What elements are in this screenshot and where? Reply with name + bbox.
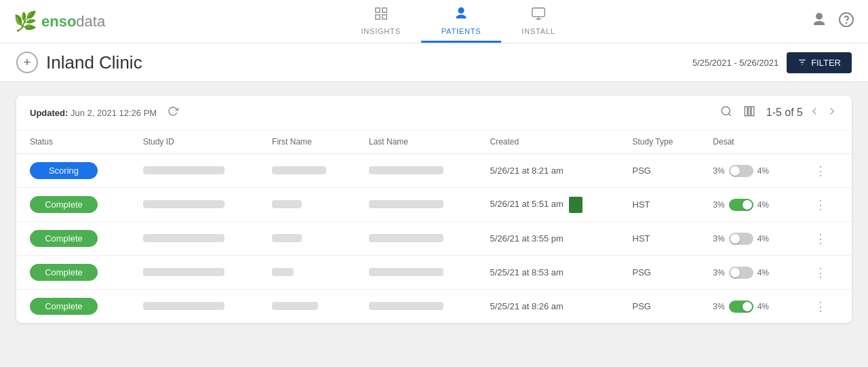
search-icon[interactable] xyxy=(720,105,732,120)
cell-created: 5/26/21 at 8:21 am xyxy=(477,154,619,188)
cell-desat: 3%4% xyxy=(699,256,798,290)
desat-left-label: 3% xyxy=(713,234,724,244)
nav-right-actions xyxy=(811,12,854,31)
status-badge: Complete xyxy=(30,230,98,247)
page-title: Inland Clinic xyxy=(46,52,142,73)
columns-icon[interactable] xyxy=(743,105,755,120)
updated-label: Updated: xyxy=(30,108,68,118)
more-actions-button[interactable]: ⋮ xyxy=(812,229,829,248)
desat-toggle[interactable] xyxy=(729,267,753,279)
cell-actions: ⋮ xyxy=(798,256,852,290)
next-page-icon[interactable] xyxy=(826,105,838,120)
cell-desat: 3%4% xyxy=(699,222,798,256)
svg-rect-12 xyxy=(748,107,750,116)
cell-first-name: ████ xyxy=(258,222,355,256)
more-actions-button[interactable]: ⋮ xyxy=(812,161,829,180)
cell-study-id: ████████████ xyxy=(130,256,258,290)
desat-right-label: 4% xyxy=(757,302,769,311)
svg-rect-2 xyxy=(382,14,386,18)
pagination-count: 1-5 of 5 xyxy=(766,107,803,119)
table-header-row: Status Study ID First Name Last Name Cre… xyxy=(16,130,852,154)
cell-study-id: ████████████ xyxy=(130,188,258,222)
cell-desat: 3%4% xyxy=(699,290,798,324)
cell-study-type: PSG xyxy=(619,256,700,290)
cell-created: 5/26/21 at 3:55 pm xyxy=(477,222,619,256)
cell-last-name: ████████ xyxy=(355,222,477,256)
cell-last-name: ██████████ xyxy=(355,256,477,290)
cell-status: Complete xyxy=(16,222,130,256)
filter-icon xyxy=(797,58,807,67)
tab-install[interactable]: INSTALL xyxy=(501,0,575,43)
desat-left-label: 3% xyxy=(713,268,724,277)
col-actions xyxy=(798,130,852,154)
cell-status: Complete xyxy=(16,188,130,222)
prev-page-icon[interactable] xyxy=(808,105,821,120)
desat-toggle[interactable] xyxy=(729,301,753,313)
table-row[interactable]: Complete█████████████████████████████5/2… xyxy=(16,290,852,324)
install-label: INSTALL xyxy=(521,27,555,35)
table-row[interactable]: Complete████████████████████████████5/26… xyxy=(16,188,852,222)
filter-label: FILTER xyxy=(811,58,841,68)
user-icon[interactable] xyxy=(811,12,827,31)
col-status: Status xyxy=(16,130,130,154)
cell-study-type: HST xyxy=(619,222,700,256)
date-range: 5/25/2021 - 5/26/2021 xyxy=(692,58,778,68)
filter-button[interactable]: FILTER xyxy=(787,52,852,73)
patients-icon xyxy=(454,6,469,24)
desat-right-label: 4% xyxy=(757,234,769,244)
col-last-name: Last Name xyxy=(355,130,477,154)
desat-toggle[interactable] xyxy=(729,165,753,177)
more-actions-button[interactable]: ⋮ xyxy=(812,263,829,282)
cell-last-name: █████████ xyxy=(355,290,477,324)
status-badge: Complete xyxy=(30,298,98,315)
status-badge: Complete xyxy=(30,264,98,281)
add-clinic-button[interactable]: + xyxy=(16,52,38,73)
patients-table: Status Study ID First Name Last Name Cre… xyxy=(16,130,852,323)
cell-created: 5/25/21 at 8:53 am xyxy=(477,256,619,290)
insights-icon xyxy=(374,6,389,24)
desat-toggle[interactable] xyxy=(729,199,753,211)
desat-left-label: 3% xyxy=(713,302,724,311)
updated-value: Jun 2, 2021 12:26 PM xyxy=(71,108,157,118)
pagination: 1-5 of 5 xyxy=(766,105,838,120)
svg-rect-3 xyxy=(375,14,379,18)
cell-first-name: ██████████ xyxy=(258,154,355,188)
desat-toggle[interactable] xyxy=(729,233,753,245)
logo-leaf-icon: 🌿 xyxy=(14,10,37,33)
tab-insights[interactable]: INSIGHTS xyxy=(340,0,420,43)
svg-rect-0 xyxy=(375,7,379,12)
insights-label: INSIGHTS xyxy=(361,27,400,35)
logo: 🌿 ensodata xyxy=(14,10,105,33)
cell-status: Complete xyxy=(16,256,130,290)
col-study-id: Study ID xyxy=(130,130,258,154)
logo-text: ensodata xyxy=(41,13,105,31)
tab-patients[interactable]: PATIENTS xyxy=(421,0,502,43)
col-first-name: First Name xyxy=(258,130,355,154)
patients-label: PATIENTS xyxy=(441,27,481,35)
status-badge: Scoring xyxy=(30,162,98,179)
cell-created: 5/25/21 at 8:26 am xyxy=(477,290,619,324)
svg-point-10 xyxy=(722,107,730,115)
cell-first-name: ████ xyxy=(258,188,355,222)
more-actions-button[interactable]: ⋮ xyxy=(812,195,829,214)
col-created: Created xyxy=(477,130,619,154)
col-study-type: Study Type xyxy=(619,130,700,154)
cell-last-name: ████████████ xyxy=(355,188,477,222)
cell-desat: 3%4% xyxy=(699,188,798,222)
nav-tabs: INSIGHTS PATIENTS INSTALL xyxy=(340,0,575,43)
table-row[interactable]: Complete████████████████████████5/25/21 … xyxy=(16,256,852,290)
table-row[interactable]: Complete████████████████████████5/26/21 … xyxy=(16,222,852,256)
patients-table-container: Updated: Jun 2, 2021 12:26 PM xyxy=(16,96,852,323)
install-icon xyxy=(531,6,546,24)
svg-point-6 xyxy=(846,23,847,24)
cell-study-type: HST xyxy=(619,188,700,222)
file-icon[interactable] xyxy=(569,197,583,213)
refresh-icon[interactable] xyxy=(167,106,178,119)
help-icon[interactable] xyxy=(838,12,854,31)
svg-rect-11 xyxy=(745,107,747,116)
table-row[interactable]: Scoring█████████████████████████████████… xyxy=(16,154,852,188)
updated-section: Updated: Jun 2, 2021 12:26 PM xyxy=(30,106,178,119)
top-navigation: 🌿 ensodata INSIGHTS PATIENTS xyxy=(0,0,868,43)
more-actions-button[interactable]: ⋮ xyxy=(812,297,829,316)
cell-last-name: ████████████ xyxy=(355,154,477,188)
